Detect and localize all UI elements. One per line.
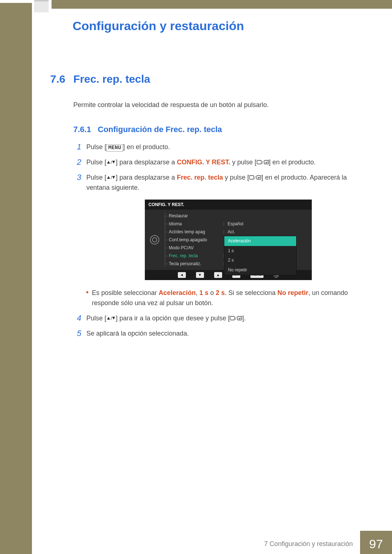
section-title: Frec. rep. tecla [73, 73, 150, 85]
enter-icon: / [257, 159, 269, 166]
intro-paragraph: Permite controlar la velocidad de respue… [73, 101, 370, 109]
section-heading: 7.6 Frec. rep. tecla [39, 73, 370, 85]
nav-target: Frec. rep. tecla [177, 174, 223, 181]
note-bullet: Es posible seleccionar Aceleración, 1 s … [86, 288, 370, 308]
subsection-number: 7.6.1 [73, 125, 91, 134]
subsection-title: Configuración de Frec. rep. tecla [98, 125, 222, 134]
svg-rect-17 [237, 316, 242, 320]
svg-rect-9 [249, 176, 254, 179]
osd-dropdown-option: 2 s [224, 255, 296, 265]
step-number: 4 [73, 313, 81, 324]
up-icon: ▲ [214, 272, 222, 278]
svg-marker-0 [107, 161, 110, 164]
svg-rect-3 [257, 160, 261, 164]
up-down-icon: / [106, 315, 116, 322]
nav-target: CONFIG. Y REST. [177, 159, 230, 166]
svg-text:/: / [111, 175, 112, 180]
svg-marker-14 [112, 317, 115, 320]
section-number: 7.6 [39, 73, 65, 85]
svg-marker-8 [112, 176, 115, 179]
svg-marker-12 [107, 317, 110, 320]
up-down-icon: / [106, 174, 116, 181]
page-number: 97 [360, 534, 392, 554]
step-number: 1 [73, 142, 81, 152]
svg-text:/: / [254, 175, 256, 180]
svg-text:/: / [111, 160, 112, 165]
osd-active-item: Frec. rep. tecla [169, 253, 223, 259]
step-number: 2 [73, 157, 81, 168]
enter-icon: / [249, 174, 261, 181]
subsection-heading: 7.6.1 Configuración de Frec. rep. tecla [73, 125, 370, 134]
gear-icon [150, 235, 159, 245]
top-olive-strip [52, 0, 392, 9]
step-number: 5 [73, 329, 81, 339]
svg-text:/: / [111, 316, 112, 321]
page-footer: 7 Configuración y restauración 97 [32, 534, 392, 554]
footer-olive-strip [360, 531, 392, 534]
footer-chapter-text: 7 Configuración y restauración [32, 534, 360, 554]
up-down-icon: / [106, 159, 116, 166]
step-1: 1 Pulse [MENU] en el producto. [73, 142, 370, 152]
svg-marker-6 [107, 176, 110, 179]
enter-icon: / [230, 315, 242, 322]
osd-dropdown-option: No repetir [224, 265, 296, 275]
step-2: 2 Pulse [/] para desplazarse a CONFIG. Y… [73, 157, 370, 168]
svg-text:/: / [262, 160, 264, 165]
steps-list: 1 Pulse [MENU] en el producto. 2 Pulse [… [73, 142, 370, 339]
osd-dropdown-option-selected: Aceleración [224, 236, 296, 246]
down-icon: ▼ [196, 272, 204, 278]
svg-text:/: / [235, 316, 237, 321]
step-4: 4 Pulse [/] para ir a la opción que dese… [73, 313, 370, 324]
step-3: 3 Pulse [/] para desplazarse a Frec. rep… [73, 173, 370, 308]
svg-rect-5 [264, 160, 269, 164]
left-icon: ◄ [178, 272, 186, 278]
step-5: 5 Se aplicará la opción seleccionada. [73, 329, 370, 339]
chapter-title: Configuración y restauración [73, 19, 370, 33]
menu-key-label: MENU [106, 144, 123, 152]
osd-title: CONFIG. Y REST. [145, 200, 312, 210]
svg-rect-11 [257, 176, 261, 179]
svg-marker-2 [112, 161, 115, 164]
svg-rect-15 [230, 316, 234, 320]
osd-dropdown: Aceleración 1 s 2 s No repetir [224, 236, 297, 275]
osd-screenshot: CONFIG. Y REST. Restaurar Idioma:Español… [86, 200, 370, 280]
step-number: 3 [73, 173, 81, 308]
page-content: Configuración y restauración 7.6 Frec. r… [32, 9, 392, 554]
osd-dropdown-option: 1 s [224, 246, 296, 256]
left-margin-bar [0, 0, 32, 554]
